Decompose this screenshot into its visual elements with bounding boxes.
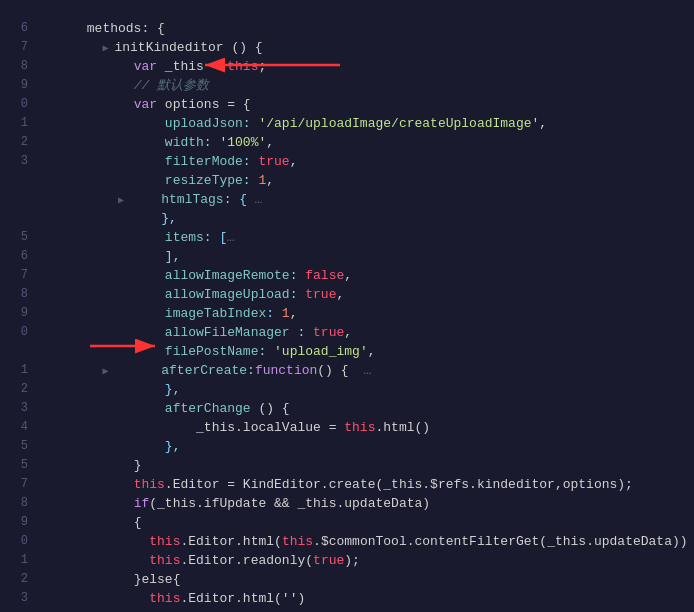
- code-line: this.Editor.html(this.$commonTool.conten…: [40, 513, 694, 532]
- code-line: allowImageRemote: false,: [40, 247, 694, 266]
- code-line: width: '100%',: [40, 114, 694, 133]
- code-line: // 默认参数: [40, 57, 694, 76]
- code-line: var options = {: [40, 76, 694, 95]
- code-line: imageTabIndex: 1,: [40, 285, 694, 304]
- code-line: resizeType: 1,: [40, 152, 694, 171]
- code-line: ▶initKindeditor () {: [40, 19, 694, 38]
- code-line: allowFileManager : true,: [40, 304, 694, 323]
- code-line: items: […: [40, 209, 694, 228]
- line-numbers: 6 7 8 9 0 1 2 3 5 6 7 8 9 0 1 2 3 4 5 5 …: [0, 0, 36, 612]
- code-line: }: [40, 437, 694, 456]
- code-line: },: [40, 190, 694, 209]
- code-line: ▶ afterCreate:function() { …: [40, 342, 694, 361]
- code-line: ▶ htmlTags: { …: [40, 171, 694, 190]
- code-line: filePostName: 'upload_img',: [40, 323, 694, 342]
- code-line: ],: [40, 228, 694, 247]
- code-line: this.Editor.html(''): [40, 570, 694, 589]
- code-line: },: [40, 361, 694, 380]
- code-line: }else{: [40, 551, 694, 570]
- code-line: var _this = this;: [40, 38, 694, 57]
- code-line: filterMode: true,: [40, 133, 694, 152]
- code-line: this.Editor.readonly(true);: [40, 532, 694, 551]
- code-line: this.Editor = KindEditor.create(_this.$r…: [40, 456, 694, 475]
- code-line: methods: {: [40, 0, 694, 19]
- code-line: {: [40, 494, 694, 513]
- code-line: uploadJson: '/api/uploadImage/createUplo…: [40, 95, 694, 114]
- code-line: if(_this.ifUpdate && _this.updateData): [40, 475, 694, 494]
- code-line: afterChange () {: [40, 380, 694, 399]
- code-content: methods: { ▶initKindeditor () { var _thi…: [36, 0, 694, 612]
- code-line: }: [40, 589, 694, 608]
- code-line: },: [40, 418, 694, 437]
- code-line: allowImageUpload: true,: [40, 266, 694, 285]
- code-editor: 6 7 8 9 0 1 2 3 5 6 7 8 9 0 1 2 3 4 5 5 …: [0, 0, 694, 612]
- code-line: _this.localValue = this.html(): [40, 399, 694, 418]
